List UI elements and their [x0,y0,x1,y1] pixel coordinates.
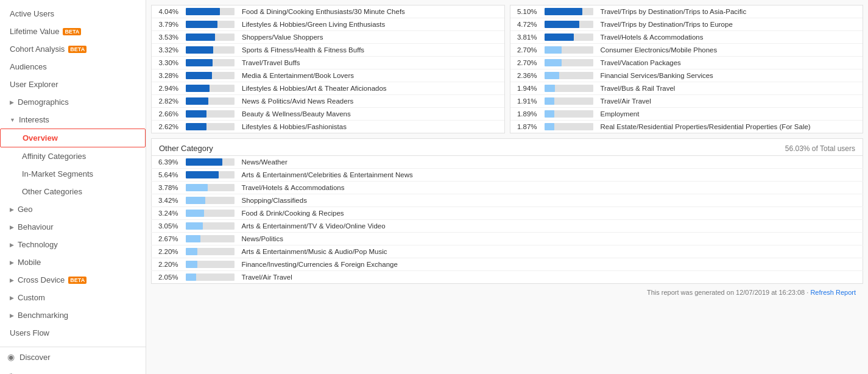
table-row: 2.67% News/Politics [152,233,863,245]
bar-cell [182,169,238,182]
bar-outer [545,72,593,79]
beta-badge: BETA [63,28,81,35]
sidebar-item-in-market-segments[interactable]: In-Market Segments [0,165,146,183]
sidebar-item-geo[interactable]: ▶Geo [0,200,146,218]
bar-outer [186,59,235,66]
sidebar-item-technology[interactable]: ▶Technology [0,236,146,253]
percentage-cell: 5.64% [152,169,182,182]
percentage-cell: 2.20% [152,245,182,258]
sidebar-item-label: Users Flow [10,328,49,337]
label-cell: Arts & Entertainment/Celebrities & Enter… [238,169,863,182]
table-row: 2.20% Arts & Entertainment/Music & Audio… [152,245,863,258]
label-cell: Food & Dining/Cooking Enthusiasts/30 Min… [238,5,504,18]
bar-inner [186,72,212,79]
sidebar-item-interests[interactable]: ▼Interests [0,111,146,129]
left-data-table: 4.04% Food & Dining/Cooking Enthusiasts/… [152,5,504,133]
sidebar-bottom-discover[interactable]: ◉Discover [0,347,146,367]
arrow-right-icon: ▶ [10,295,14,301]
sidebar-item-label: Technology [18,240,58,249]
refresh-report-link[interactable]: Refresh Report [810,289,856,296]
right-table-panel: 5.10% Travel/Trips by Destination/Trips … [510,5,864,133]
percentage-cell: 2.94% [152,82,182,95]
sidebar-item-active-users[interactable]: Active Users [0,5,146,23]
sidebar-item-label: Behaviour [18,222,54,231]
bar-outer [186,261,235,268]
bar-outer [545,85,593,92]
arrow-down-icon: ▼ [10,117,15,123]
bar-outer [545,97,593,105]
sidebar-bottom-admin[interactable]: ⚙Admin [0,367,146,374]
percentage-cell: 2.20% [152,258,182,271]
table-row: 2.82% News & Politics/Avid News Readers [152,95,504,108]
main-content: 4.04% Food & Dining/Cooking Enthusiasts/… [146,0,868,374]
label-cell: Consumer Electronics/Mobile Phones [597,44,863,57]
percentage-cell: 2.82% [152,95,182,108]
table-row: 2.62% Lifestyles & Hobbies/Fashionistas [152,121,504,133]
table-row: 1.91% Travel/Air Travel [510,95,863,108]
bar-outer [186,110,235,118]
bar-outer [545,46,593,54]
sidebar-item-behaviour[interactable]: ▶Behaviour [0,218,146,236]
sidebar-item-label: Audiences [10,62,47,71]
percentage-cell: 3.28% [152,69,182,82]
bar-inner [545,46,562,54]
bar-outer [186,97,235,105]
percentage-cell: 3.05% [152,220,182,233]
label-cell: Lifestyles & Hobbies/Green Living Enthus… [238,18,504,31]
table-row: 2.05% Travel/Air Travel [152,271,863,284]
bar-cell [182,156,238,169]
table-row: 5.64% Arts & Entertainment/Celebrities &… [152,169,863,182]
sidebar-item-benchmarking[interactable]: ▶Benchmarking [0,306,146,324]
sidebar-item-other-categories[interactable]: Other Categories [0,183,146,200]
footer-text: This report was generated on 12/07/2019 … [647,289,810,296]
sidebar-item-mobile[interactable]: ▶Mobile [0,253,146,271]
bar-cell [182,95,238,108]
bar-cell [182,207,238,220]
percentage-cell: 4.72% [510,18,541,31]
arrow-right-icon: ▶ [10,277,14,283]
label-cell: Financial Services/Banking Services [597,69,863,82]
bar-inner [186,123,206,130]
table-row: 2.70% Consumer Electronics/Mobile Phones [510,44,863,57]
bar-inner [186,21,217,28]
label-cell: Sports & Fitness/Health & Fitness Buffs [238,44,504,57]
percentage-cell: 3.53% [152,31,182,44]
bar-outer [186,273,235,281]
bar-cell [182,245,238,258]
sidebar: Active UsersLifetime ValueBETACohort Ana… [0,0,146,374]
label-cell: Real Estate/Residential Properties/Resid… [597,121,863,133]
bar-inner [545,21,580,28]
bar-inner [186,34,215,41]
table-row: 2.20% Finance/Investing/Currencies & For… [152,258,863,271]
label-cell: Travel/Vacation Packages [597,57,863,69]
sidebar-item-custom[interactable]: ▶Custom [0,289,146,306]
sidebar-item-audiences[interactable]: Audiences [0,58,146,76]
sidebar-item-label: Cohort Analysis [10,44,65,54]
sidebar-item-overview[interactable]: Overview [0,129,146,147]
sidebar-item-demographics[interactable]: ▶Demographics [0,93,146,111]
table-row: 3.79% Lifestyles & Hobbies/Green Living … [152,18,504,31]
footer: This report was generated on 12/07/2019 … [151,284,863,301]
table-row: 2.36% Financial Services/Banking Service… [510,69,863,82]
sidebar-item-user-explorer[interactable]: User Explorer [0,76,146,93]
sidebar-item-cross-device[interactable]: ▶Cross DeviceBETA [0,271,146,289]
bar-inner [545,59,562,66]
sidebar-item-lifetime-value[interactable]: Lifetime ValueBETA [0,23,146,40]
sidebar-item-label: Lifetime Value [10,27,59,36]
label-cell: Travel/Air Travel [597,95,863,108]
sidebar-item-affinity-categories[interactable]: Affinity Categories [0,147,146,165]
percentage-cell: 1.94% [510,82,541,95]
table-row: 2.94% Lifestyles & Hobbies/Art & Theater… [152,82,504,95]
label-cell: Arts & Entertainment/TV & Video/Online V… [238,220,863,233]
other-category-total: 56.03% of Total users [785,144,855,153]
table-row: 3.42% Shopping/Classifieds [152,194,863,207]
bar-outer [545,110,593,118]
table-row: 5.10% Travel/Trips by Destination/Trips … [510,5,863,18]
bar-inner [186,158,222,166]
bar-inner [545,8,582,15]
label-cell: Shopping/Classifieds [238,194,863,207]
label-cell: Arts & Entertainment/Music & Audio/Pop M… [238,245,863,258]
beta-badge: BETA [68,46,86,53]
sidebar-item-users-flow[interactable]: Users Flow [0,324,146,342]
sidebar-item-cohort-analysis[interactable]: Cohort AnalysisBETA [0,40,146,58]
